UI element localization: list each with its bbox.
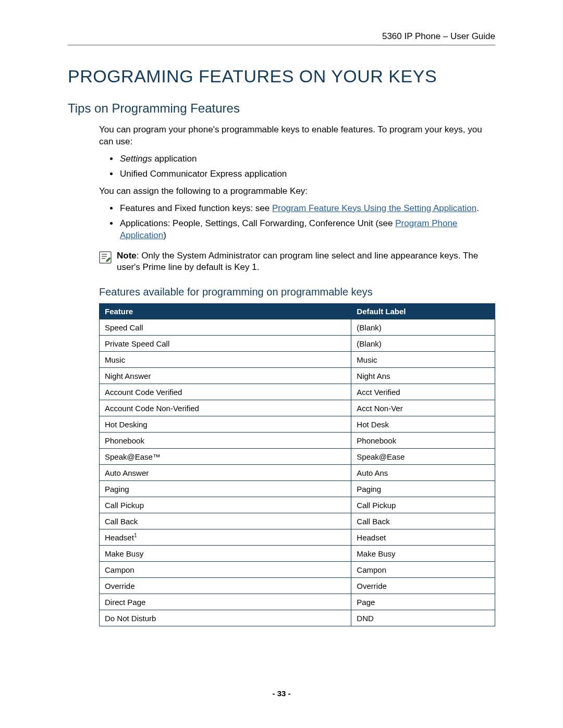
link-feature-keys[interactable]: Program Feature Keys Using the Setting A… xyxy=(272,203,476,213)
table-cell-feature: Override xyxy=(100,578,351,594)
table-cell-feature: Hot Desking xyxy=(100,416,351,433)
page-number: - 33 - xyxy=(68,689,495,698)
table-row: Direct PagePage xyxy=(100,594,495,610)
text: Features and Fixed function keys: see xyxy=(120,203,272,213)
table-cell-label: Phonebook xyxy=(351,433,495,449)
table-cell-feature: Speak@Ease™ xyxy=(100,449,351,465)
table-row: Speed Call(Blank) xyxy=(100,319,495,336)
intro-text: You can program your phone's programmabl… xyxy=(99,124,495,148)
table-cell-feature: Phonebook xyxy=(100,433,351,449)
table-cell-feature: Call Pickup xyxy=(100,497,351,513)
table-cell-label: (Blank) xyxy=(351,336,495,352)
page-title: PROGRAMING FEATURES ON YOUR KEYS xyxy=(68,66,495,87)
table-row: Make BusyMake Busy xyxy=(100,546,495,562)
text: ) xyxy=(163,230,166,240)
table-cell-label: Campon xyxy=(351,562,495,578)
table-cell-feature: Paging xyxy=(100,481,351,497)
text: . xyxy=(476,203,479,213)
table-cell-label: Call Back xyxy=(351,513,495,529)
table-row: Hot DeskingHot Desk xyxy=(100,416,495,433)
list-item: Features and Fixed function keys: see Pr… xyxy=(119,203,495,215)
table-cell-label: (Blank) xyxy=(351,319,495,336)
italic-text: Settings xyxy=(120,154,152,164)
note-text: Note: Only the System Administrator can … xyxy=(117,250,495,274)
table-cell-label: Override xyxy=(351,578,495,594)
page-header: 5360 IP Phone – User Guide xyxy=(68,31,495,45)
table-cell-feature: Account Code Non-Verified xyxy=(100,400,351,416)
note-body: : Only the System Administrator can prog… xyxy=(117,251,478,273)
table-cell-label: Auto Ans xyxy=(351,465,495,481)
table-row: Account Code VerifiedAcct Verified xyxy=(100,384,495,400)
table-cell-label: Make Busy xyxy=(351,546,495,562)
section-title: Tips on Programming Features xyxy=(68,101,495,116)
table-cell-feature: Auto Answer xyxy=(100,465,351,481)
table-cell-label: Music xyxy=(351,352,495,368)
table-cell-feature: Headset1 xyxy=(100,529,351,546)
table-row: Account Code Non-VerifiedAcct Non-Ver xyxy=(100,400,495,416)
text: application xyxy=(152,154,197,164)
table-row: OverrideOverride xyxy=(100,578,495,594)
table-row: Speak@Ease™Speak@Ease xyxy=(100,449,495,465)
list-item: Unified Communicator Express application xyxy=(119,168,495,180)
table-row: Call BackCall Back xyxy=(100,513,495,529)
table-cell-feature: Speed Call xyxy=(100,319,351,336)
table-cell-label: Call Pickup xyxy=(351,497,495,513)
table-cell-feature: Night Answer xyxy=(100,368,351,384)
table-title: Features available for programming on pr… xyxy=(99,286,495,298)
table-cell-label: Hot Desk xyxy=(351,416,495,433)
bullet-list-1: Settings application Unified Communicato… xyxy=(99,153,495,180)
table-header-feature: Feature xyxy=(100,304,351,319)
feature-table: Feature Default Label Speed Call(Blank)P… xyxy=(99,303,495,626)
table-cell-label: Headset xyxy=(351,529,495,546)
table-cell-feature: Direct Page xyxy=(100,594,351,610)
table-cell-feature: Account Code Verified xyxy=(100,384,351,400)
table-row: Headset1Headset xyxy=(100,529,495,546)
table-row: Night AnswerNight Ans xyxy=(100,368,495,384)
note-icon xyxy=(99,251,112,264)
table-cell-feature: Do Not Disturb xyxy=(100,610,351,626)
note-label: Note xyxy=(117,251,137,261)
table-cell-label: Page xyxy=(351,594,495,610)
table-row: Private Speed Call(Blank) xyxy=(100,336,495,352)
text: Applications: People, Settings, Call For… xyxy=(120,218,395,228)
table-cell-label: DND xyxy=(351,610,495,626)
table-row: Auto AnswerAuto Ans xyxy=(100,465,495,481)
table-row: Do Not DisturbDND xyxy=(100,610,495,626)
table-row: CamponCampon xyxy=(100,562,495,578)
table-cell-label: Speak@Ease xyxy=(351,449,495,465)
table-cell-label: Acct Non-Ver xyxy=(351,400,495,416)
list-item: Settings application xyxy=(119,153,495,165)
table-header-label: Default Label xyxy=(351,304,495,319)
table-cell-feature: Call Back xyxy=(100,513,351,529)
list-item: Applications: People, Settings, Call For… xyxy=(119,218,495,242)
table-cell-label: Paging xyxy=(351,481,495,497)
table-cell-feature: Music xyxy=(100,352,351,368)
table-cell-feature: Make Busy xyxy=(100,546,351,562)
table-row: MusicMusic xyxy=(100,352,495,368)
bullet-list-2: Features and Fixed function keys: see Pr… xyxy=(99,203,495,242)
table-row: Call PickupCall Pickup xyxy=(100,497,495,513)
table-row: PagingPaging xyxy=(100,481,495,497)
table-cell-feature: Private Speed Call xyxy=(100,336,351,352)
table-row: PhonebookPhonebook xyxy=(100,433,495,449)
table-cell-label: Night Ans xyxy=(351,368,495,384)
table-cell-label: Acct Verified xyxy=(351,384,495,400)
note-block: Note: Only the System Administrator can … xyxy=(99,250,495,274)
assign-intro: You can assign the following to a progra… xyxy=(99,186,495,198)
table-cell-feature: Campon xyxy=(100,562,351,578)
